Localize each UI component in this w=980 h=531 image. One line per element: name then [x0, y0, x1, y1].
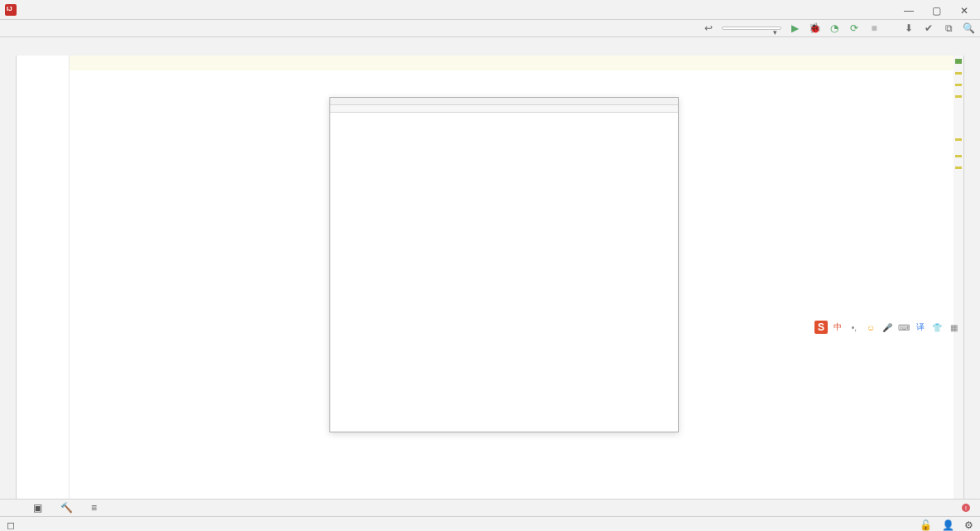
popup-title — [330, 98, 678, 105]
ime-translate-icon[interactable]: 译 — [914, 321, 927, 334]
history-icon[interactable]: ⧉ — [942, 22, 955, 35]
run-icon[interactable]: ▶ — [788, 22, 801, 35]
ime-logo-icon[interactable]: S — [814, 321, 828, 334]
marker — [955, 84, 962, 86]
gutter — [17, 56, 70, 499]
build-button[interactable]: 🔨 — [60, 502, 76, 514]
maximize-icon[interactable]: ▢ — [932, 5, 942, 15]
marker — [955, 167, 962, 169]
file-structure-popup — [329, 97, 679, 432]
editor-tabs — [0, 37, 980, 56]
window-controls: — ▢ ✕ — [904, 5, 975, 15]
stop-icon[interactable]: ■ — [867, 22, 881, 35]
terminal-button[interactable]: ▣ — [33, 502, 46, 514]
ime-toolbox-icon[interactable]: ▦ — [947, 321, 960, 334]
marker-bar — [954, 56, 963, 499]
readonly-icon[interactable]: 🔓 — [920, 519, 932, 531]
commit-icon[interactable]: ✔ — [922, 22, 935, 35]
ime-skin-icon[interactable]: 👕 — [930, 321, 944, 334]
editor[interactable] — [17, 56, 963, 499]
marker — [955, 95, 962, 98]
minimize-icon[interactable]: — — [904, 5, 914, 15]
event-log-button[interactable]: ! — [962, 504, 973, 512]
marker — [955, 138, 962, 141]
nav-bar: ↩ ▶ 🐞 ◔ ⟳ ■ ⬇ ✔ ⧉ 🔍 — [0, 19, 980, 37]
inspect-icon[interactable]: 👤 — [942, 519, 954, 531]
menubar: — ▢ ✕ — [0, 0, 980, 19]
ime-toolbar: S 中 •, ☺ 🎤 ⌨ 译 👕 ▦ — [814, 321, 960, 334]
left-tool-rail — [0, 56, 17, 499]
profile-icon[interactable]: ⟳ — [848, 22, 861, 35]
ime-punct-icon[interactable]: •, — [848, 321, 861, 334]
marker — [955, 72, 962, 75]
tool-window-icon[interactable]: ◻ — [7, 519, 15, 531]
search-icon[interactable]: 🔍 — [962, 22, 975, 35]
ime-emoji-icon[interactable]: ☺ — [864, 321, 877, 334]
marker — [955, 59, 962, 64]
popup-options — [330, 105, 678, 113]
caret-line-highlight — [17, 56, 963, 70]
run-config-select[interactable] — [722, 27, 781, 30]
update-icon[interactable]: ⬇ — [902, 22, 915, 35]
main-body: S 中 •, ☺ 🎤 ⌨ 译 👕 ▦ — [0, 56, 980, 499]
ime-cn-icon[interactable]: 中 — [831, 321, 844, 334]
mem-icon[interactable]: ⚙ — [964, 519, 973, 531]
bottom-tool-bar: ▣ 🔨 ≡ ! — [0, 499, 980, 516]
app-logo-icon — [5, 4, 17, 16]
toolbar-right: ↩ ▶ 🐞 ◔ ⟳ ■ ⬇ ✔ ⧉ 🔍 — [702, 22, 975, 35]
right-tool-rail — [963, 56, 980, 499]
ime-voice-icon[interactable]: 🎤 — [881, 321, 894, 334]
todo-button[interactable]: ≡ — [91, 502, 100, 514]
marker — [955, 155, 962, 157]
status-bar: ◻ 🔓 👤 ⚙ — [0, 516, 980, 531]
back-icon[interactable]: ↩ — [702, 22, 715, 35]
debug-icon[interactable]: 🐞 — [808, 22, 821, 35]
ime-keyboard-icon[interactable]: ⌨ — [897, 321, 910, 334]
close-icon[interactable]: ✕ — [960, 5, 970, 15]
coverage-icon[interactable]: ◔ — [828, 22, 841, 35]
